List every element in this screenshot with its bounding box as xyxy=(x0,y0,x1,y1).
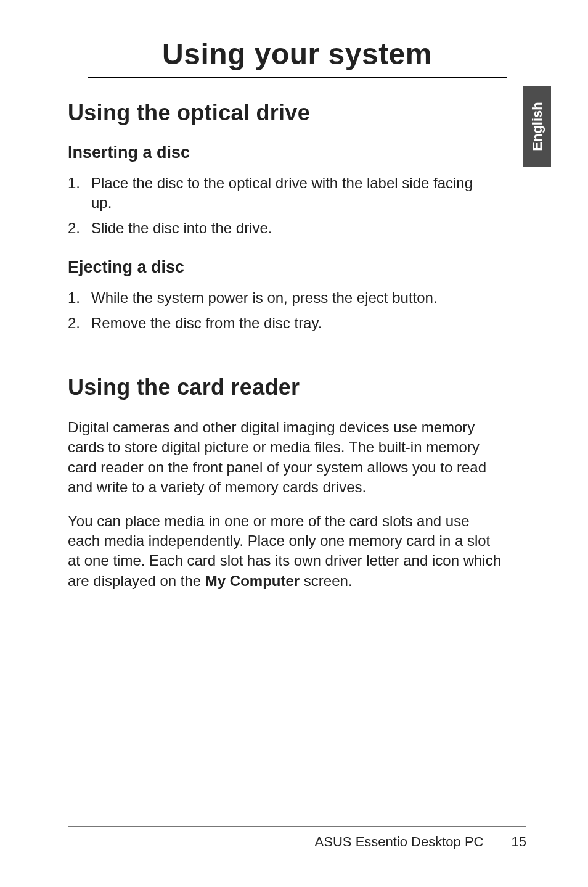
step-text: While the system power is on, press the … xyxy=(91,289,438,306)
step-text: Slide the disc into the drive. xyxy=(91,220,272,236)
para2-post: screen. xyxy=(300,572,352,589)
section-optical-drive-title: Using the optical drive xyxy=(68,100,526,126)
language-tab: English xyxy=(523,86,551,167)
list-item: 1. Place the disc to the optical drive w… xyxy=(91,173,526,213)
step-text: Remove the disc from the disc tray. xyxy=(91,315,322,331)
footer-page-number: 15 xyxy=(512,834,526,850)
list-item: 2. Remove the disc from the disc tray. xyxy=(91,313,526,333)
list-item: 1. While the system power is on, press t… xyxy=(91,288,526,308)
card-reader-paragraph-2: You can place media in one or more of th… xyxy=(68,511,526,592)
step-number: 1. xyxy=(68,173,80,193)
step-number: 2. xyxy=(68,313,80,333)
step-number: 2. xyxy=(68,218,80,238)
language-tab-label: English xyxy=(529,102,545,151)
page-footer: ASUS Essentio Desktop PC 15 xyxy=(68,826,526,850)
inserting-disc-steps: 1. Place the disc to the optical drive w… xyxy=(68,173,526,238)
card-reader-paragraph-1: Digital cameras and other digital imagin… xyxy=(68,418,526,498)
page-title: Using your system xyxy=(88,37,507,78)
ejecting-disc-steps: 1. While the system power is on, press t… xyxy=(68,288,526,333)
subsection-ejecting-disc-title: Ejecting a disc xyxy=(68,258,526,277)
subsection-inserting-disc-title: Inserting a disc xyxy=(68,143,526,162)
footer-product-name: ASUS Essentio Desktop PC xyxy=(315,834,484,850)
step-number: 1. xyxy=(68,288,80,308)
step-text: Place the disc to the optical drive with… xyxy=(91,175,473,211)
section-card-reader-title: Using the card reader xyxy=(68,374,526,400)
my-computer-bold: My Computer xyxy=(205,572,300,589)
list-item: 2. Slide the disc into the drive. xyxy=(91,218,526,238)
